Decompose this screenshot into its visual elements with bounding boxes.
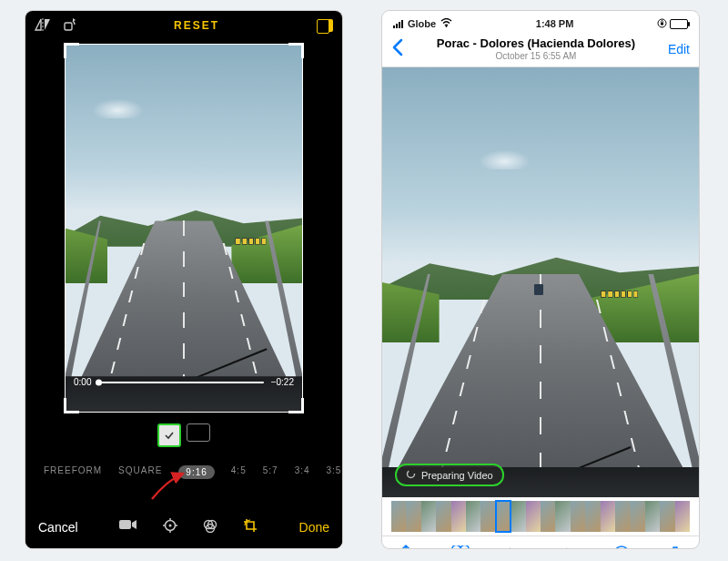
- svg-point-15: [408, 471, 415, 478]
- edit-button[interactable]: Edit: [668, 42, 690, 56]
- wifi-icon: [440, 18, 452, 29]
- aspect-tool-icon[interactable]: [317, 19, 333, 32]
- timestamp-subtitle: October 15 6:55 AM: [404, 51, 668, 61]
- share-icon[interactable]: [399, 545, 413, 548]
- svg-rect-1: [65, 23, 72, 30]
- title-block: Porac - Dolores (Hacienda Dolores) Octob…: [404, 36, 668, 61]
- cancel-button[interactable]: Cancel: [38, 520, 78, 535]
- aspect-ratio-row[interactable]: FREEFORM SQUARE 9:16 4:5 5:7 3:4 3:5: [25, 465, 342, 479]
- preparing-video-pill: Preparing Video: [395, 464, 504, 486]
- ratio-9-16[interactable]: 9:16: [178, 465, 214, 479]
- video-tab-icon[interactable]: [119, 518, 137, 536]
- carrier-label: Globe: [408, 18, 436, 29]
- back-button[interactable]: [391, 38, 404, 60]
- crop-editor-screen: RESET 0:00 −0:22 FREEFORM SQUARE 9:16 4:…: [25, 11, 342, 548]
- flip-horizontal-icon[interactable]: [35, 18, 51, 33]
- play-icon[interactable]: [508, 546, 521, 548]
- crop-tab-icon[interactable]: [243, 518, 258, 536]
- viewer-navbar: Porac - Dolores (Hacienda Dolores) Octob…: [382, 33, 699, 67]
- media-viewport[interactable]: Preparing Video: [382, 67, 699, 497]
- rotate-icon[interactable]: [62, 18, 76, 33]
- portrait-orientation-button[interactable]: [157, 423, 181, 447]
- crop-stage[interactable]: 0:00 −0:22: [65, 44, 303, 413]
- info-icon[interactable]: [613, 546, 630, 548]
- editor-topbar: RESET: [25, 11, 342, 40]
- reset-button[interactable]: RESET: [174, 19, 219, 32]
- svg-rect-14: [661, 22, 663, 25]
- svg-point-12: [446, 26, 448, 27]
- editor-toolbar: Cancel Done: [25, 506, 342, 548]
- location-title: Porac - Dolores (Hacienda Dolores): [404, 36, 668, 50]
- rotation-lock-icon: [657, 18, 667, 30]
- mute-icon[interactable]: [559, 546, 575, 548]
- orientation-toggle: [25, 423, 342, 447]
- ratio-3-4[interactable]: 3:4: [295, 465, 310, 479]
- crop-frame[interactable]: [65, 44, 303, 413]
- signal-icon: [393, 20, 403, 28]
- status-bar: Globe 1:48 PM: [382, 11, 699, 33]
- ratio-5-7[interactable]: 5:7: [263, 465, 278, 479]
- clock: 1:48 PM: [536, 18, 574, 29]
- preparing-video-label: Preparing Video: [421, 470, 493, 481]
- spinner-icon: [406, 469, 416, 481]
- ratio-square[interactable]: SQUARE: [118, 465, 162, 479]
- vehicle-ahead: [534, 284, 543, 295]
- battery-icon: [670, 19, 688, 29]
- landscape-orientation-button[interactable]: [187, 423, 210, 442]
- svg-rect-2: [119, 520, 131, 529]
- trash-icon[interactable]: [668, 546, 682, 548]
- favorite-icon[interactable]: [451, 546, 470, 548]
- svg-point-4: [169, 525, 172, 527]
- viewer-toolbar: [382, 536, 699, 548]
- adjust-tab-icon[interactable]: [163, 518, 177, 536]
- ratio-freeform[interactable]: FREEFORM: [44, 465, 102, 479]
- filters-tab-icon[interactable]: [203, 518, 217, 536]
- ratio-4-5[interactable]: 4:5: [231, 465, 247, 479]
- svg-point-19: [614, 546, 629, 548]
- thumbnail-strip[interactable]: [382, 497, 699, 536]
- done-button[interactable]: Done: [299, 520, 329, 535]
- photo-viewer-screen: Globe 1:48 PM Porac - Dolores (Hacienda …: [382, 11, 699, 548]
- ratio-3-5[interactable]: 3:5: [327, 465, 342, 479]
